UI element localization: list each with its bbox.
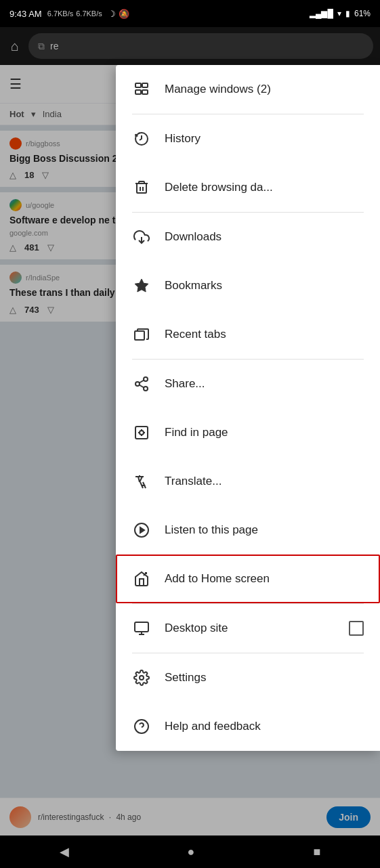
- translate-icon: [132, 472, 151, 491]
- menu-item-delete-browsing[interactable]: Delete browsing da...: [116, 163, 380, 212]
- desktop-icon: [132, 619, 151, 638]
- menu-item-history[interactable]: History: [116, 114, 380, 163]
- svg-rect-5: [137, 183, 146, 193]
- delete-browsing-label: Delete browsing da...: [165, 181, 364, 194]
- status-left: 9:43 AM 6.7KB/s 6.7KB/s ☽ 🔕: [9, 9, 129, 19]
- desktop-site-label: Desktop site: [165, 622, 335, 635]
- svg-rect-2: [135, 90, 141, 94]
- downloads-label: Downloads: [165, 230, 364, 244]
- find-in-page-label: Find in page: [165, 426, 364, 439]
- svg-marker-9: [135, 279, 148, 292]
- network-speed: 6.7KB/s: [47, 9, 74, 18]
- svg-line-14: [140, 385, 144, 388]
- menu-item-manage-windows[interactable]: Manage windows (2): [116, 65, 380, 114]
- svg-point-17: [140, 431, 144, 435]
- menu-item-settings[interactable]: Settings: [116, 653, 380, 702]
- svg-rect-3: [142, 90, 148, 94]
- translate-label: Translate...: [165, 475, 364, 488]
- dropdown-menu: Manage windows (2) History: [116, 65, 380, 751]
- svg-point-11: [144, 377, 148, 381]
- svg-point-28: [140, 676, 144, 680]
- menu-item-help[interactable]: Help and feedback: [116, 702, 380, 751]
- time-display: 9:43 AM: [9, 9, 42, 19]
- star-icon: [132, 276, 151, 295]
- svg-point-13: [144, 387, 148, 391]
- moon-icon: ☽: [108, 9, 116, 19]
- status-bar: 9:43 AM 6.7KB/s 6.7KB/s ☽ 🔕 ▂▄▆█ ▾ ▮ 61%: [0, 0, 380, 27]
- share-icon: [132, 374, 151, 393]
- svg-rect-16: [135, 427, 148, 439]
- share-label: Share...: [165, 377, 364, 391]
- battery-level: 61%: [354, 9, 371, 18]
- bookmarks-label: Bookmarks: [165, 279, 364, 292]
- settings-icon: [132, 668, 151, 687]
- svg-rect-0: [135, 83, 141, 87]
- history-icon: [132, 129, 151, 148]
- listen-icon: [132, 521, 151, 540]
- menu-item-add-to-home[interactable]: Add to Home screen: [116, 555, 380, 603]
- add-to-home-label: Add to Home screen: [165, 572, 364, 586]
- menu-item-share[interactable]: Share...: [116, 360, 380, 408]
- network-speed-value: 6.7KB/s: [76, 9, 102, 18]
- delete-icon: [132, 178, 151, 197]
- listen-label: Listen to this page: [165, 523, 364, 537]
- app-background: ⌂ ⧉ re ☰ 👾 Hot ▾ India r/biggboss Bigg B…: [0, 27, 380, 868]
- svg-point-12: [135, 382, 140, 386]
- recent-tabs-label: Recent tabs: [165, 328, 364, 341]
- add-home-icon: [132, 569, 151, 588]
- desktop-site-checkbox[interactable]: [349, 621, 364, 636]
- menu-item-translate[interactable]: Translate...: [116, 457, 380, 506]
- menu-item-recent-tabs[interactable]: Recent tabs: [116, 310, 380, 359]
- svg-rect-10: [135, 331, 144, 340]
- battery-icon: ▮: [345, 9, 350, 18]
- svg-rect-1: [142, 83, 148, 87]
- history-label: History: [165, 132, 364, 146]
- help-label: Help and feedback: [165, 720, 364, 733]
- svg-rect-25: [135, 622, 148, 632]
- help-icon: [132, 717, 151, 736]
- vibrate-icon: 🔕: [119, 9, 129, 19]
- signal-icon: ▂▄▆█: [310, 9, 333, 18]
- windows-icon: [132, 80, 151, 99]
- settings-label: Settings: [165, 671, 364, 685]
- menu-item-bookmarks[interactable]: Bookmarks: [116, 261, 380, 310]
- find-icon: [132, 423, 151, 442]
- manage-windows-label: Manage windows (2): [165, 83, 364, 96]
- menu-item-downloads[interactable]: Downloads: [116, 213, 380, 261]
- wifi-icon: ▾: [337, 9, 341, 18]
- menu-item-find-in-page[interactable]: Find in page: [116, 408, 380, 457]
- svg-line-15: [140, 381, 144, 383]
- recent-tabs-icon: [132, 325, 151, 344]
- downloads-icon: [132, 227, 151, 246]
- svg-marker-23: [140, 527, 144, 533]
- status-right: ▂▄▆█ ▾ ▮ 61%: [310, 9, 371, 18]
- menu-item-desktop-site[interactable]: Desktop site: [116, 604, 380, 653]
- menu-item-listen[interactable]: Listen to this page: [116, 506, 380, 555]
